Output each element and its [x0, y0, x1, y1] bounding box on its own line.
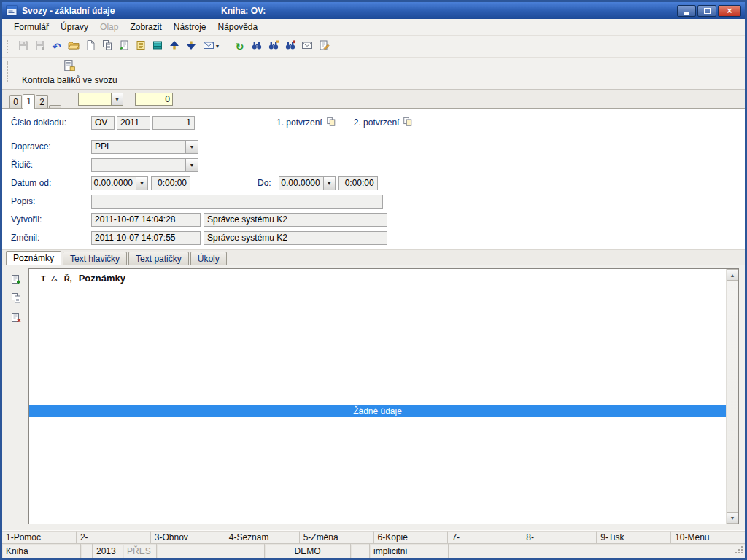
notepad-icon [135, 39, 147, 53]
tab-ukoly[interactable]: Úkoly [190, 252, 227, 265]
fn-9-tisk[interactable]: 9-Tisk [597, 531, 671, 543]
tab-text-hlavicky[interactable]: Text hlavičky [63, 252, 127, 265]
layers-icon [152, 39, 163, 53]
copy-note-button[interactable] [9, 292, 23, 306]
dopravce-field[interactable]: PPL [91, 140, 186, 154]
delete-note-icon [10, 311, 22, 325]
record-count-field[interactable]: 0 [135, 93, 173, 106]
menu-nastroje[interactable]: Nástroje [168, 20, 212, 34]
datum-od-time-field[interactable]: 0:00:00 [151, 176, 190, 190]
fn-3-obnov[interactable]: 3-Obnov [151, 531, 225, 543]
resize-grip[interactable] [735, 545, 744, 557]
page-tab-0[interactable]: 0 [9, 95, 22, 108]
fn-5-zmena[interactable]: 5-Změna [300, 531, 374, 543]
edit-button[interactable] [315, 38, 332, 55]
fn-2[interactable]: 2- [77, 531, 151, 543]
doc-number-field[interactable]: 1 [152, 116, 195, 130]
book-combo[interactable]: ▼ [78, 93, 123, 106]
fn-6-kopie[interactable]: 6-Kopie [374, 531, 449, 543]
chevron-down-icon: ▼ [115, 97, 120, 102]
window-title: Svozy - základní údaje [22, 6, 115, 16]
kontrola-baliku-button[interactable]: Kontrola balíků ve svozu [15, 58, 125, 87]
status-pres: PŘES [123, 544, 157, 558]
notes-button[interactable] [132, 38, 149, 55]
window-controls: × [677, 5, 741, 17]
ridic-field[interactable] [91, 158, 186, 172]
refresh-button[interactable]: ↻ [231, 38, 248, 55]
send-mail-button[interactable]: ▼ [199, 38, 224, 55]
status-kniha: Kniha [2, 544, 81, 558]
copy-button[interactable] [98, 38, 115, 55]
fn-1-pomoc[interactable]: 1-Pomoc [2, 531, 77, 543]
layers-button[interactable] [149, 38, 166, 55]
titlebar[interactable]: Svozy - základní údaje Kniha: OV: × [2, 2, 745, 19]
notes-col-fraction[interactable]: ⁄₃ [53, 274, 58, 283]
paste-icon [118, 39, 130, 53]
paste-button[interactable] [115, 38, 132, 55]
book-combo-dropdown[interactable]: ▼ [112, 93, 123, 106]
dopravce-dropdown[interactable]: ▼ [186, 140, 198, 154]
page-tab-1[interactable]: 1 [23, 94, 35, 109]
scroll-down-button[interactable]: ▼ [727, 512, 738, 524]
confirm2-icon[interactable] [403, 117, 413, 129]
statusbar: Kniha 2013 PŘES DEMO implicitní [2, 543, 745, 558]
minimize-button[interactable] [677, 5, 696, 17]
doc-year-field[interactable]: 2011 [117, 116, 150, 130]
maximize-button[interactable] [697, 5, 716, 17]
fn-4-seznam[interactable]: 4-Seznam [225, 531, 300, 543]
undo-button[interactable]: ↶ [48, 38, 65, 55]
menu-napoveda[interactable]: Nápověda [212, 20, 263, 34]
add-note-button[interactable] [9, 273, 23, 287]
popis-field[interactable] [91, 195, 383, 209]
scrollbar-track[interactable] [727, 281, 738, 512]
notes-col-type[interactable]: T [41, 274, 46, 283]
datum-do-dropdown[interactable]: ▼ [324, 176, 336, 190]
send-mail-dropdown-icon[interactable]: ▼ [214, 44, 221, 49]
menu-formular[interactable]: Formulář [8, 20, 55, 34]
doc-book-field[interactable]: OV [91, 116, 115, 130]
menu-zobrazit[interactable]: Zobrazit [124, 20, 167, 34]
toolbar2-drag-handle[interactable] [7, 61, 10, 82]
confirm1-label: 1. potvrzení [276, 117, 322, 128]
notes-col-row[interactable]: Ř, [64, 274, 72, 283]
arrow-down-icon [185, 39, 197, 53]
datum-do-date-field[interactable]: 0.00.0000 [279, 176, 324, 190]
book-combo-value[interactable] [78, 93, 112, 106]
zmenil-datetime-field: 2011-10-07 14:07:55 [91, 231, 201, 245]
maximize-icon [704, 8, 711, 14]
datum-od-date-field[interactable]: 0.00.0000 [91, 176, 136, 190]
datum-od-dropdown[interactable]: ▼ [136, 176, 148, 190]
add-note-icon [10, 273, 22, 287]
find-button[interactable] [248, 38, 265, 55]
fn-7[interactable]: 7- [448, 531, 522, 543]
close-button[interactable]: × [718, 5, 741, 17]
save-local-icon [34, 39, 46, 53]
notes-col-title[interactable]: Poznámky [79, 273, 125, 284]
new-document-button[interactable] [82, 38, 98, 55]
vertical-scrollbar[interactable]: ▲ ▼ [726, 269, 738, 524]
ridic-dropdown[interactable]: ▼ [186, 158, 198, 172]
tab-text-paticky[interactable]: Text patičky [128, 252, 189, 265]
tab-poznamky[interactable]: Poznámky [6, 251, 61, 265]
toolbar-drag-handle[interactable] [7, 40, 10, 53]
datum-od-label: Datum od: [11, 178, 91, 188]
find-next-button[interactable] [265, 38, 282, 55]
open-button[interactable] [65, 38, 82, 55]
form-area: Číslo dokladu: OV 2011 1 1. potvrzení 2.… [2, 109, 745, 250]
save-icon [18, 39, 29, 53]
fn-10-menu[interactable]: 10-Menu [671, 531, 745, 543]
menu-upravy[interactable]: Úpravy [55, 20, 94, 34]
confirm2-label: 2. potvrzení [354, 117, 400, 128]
mail-button[interactable] [298, 38, 315, 55]
move-down-button[interactable] [182, 38, 199, 55]
move-up-button[interactable] [166, 38, 182, 55]
confirm1-icon[interactable] [326, 117, 336, 129]
scroll-up-button[interactable]: ▲ [727, 269, 738, 281]
fn-8[interactable]: 8- [522, 531, 597, 543]
page-tab-2[interactable]: 2 [36, 95, 48, 108]
page-tab-9[interactable] [49, 105, 61, 108]
delete-note-button[interactable] [9, 311, 23, 325]
row-ridic: Řidič: ▼ [11, 158, 736, 172]
datum-do-time-field[interactable]: 0:00:00 [338, 176, 378, 190]
find-document-button[interactable] [282, 38, 298, 55]
